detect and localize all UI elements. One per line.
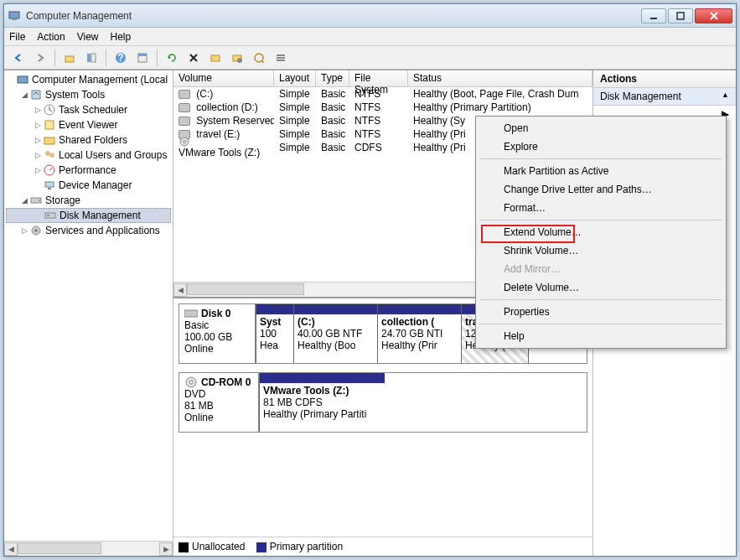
scroll-right-icon[interactable]: ▶	[159, 542, 173, 556]
menu-open[interactable]: Open	[479, 119, 723, 137]
svg-point-34	[34, 229, 38, 232]
tree-label: Disk Management	[60, 210, 141, 221]
menu-action[interactable]: Action	[37, 31, 65, 43]
col-status[interactable]: Status	[408, 70, 593, 86]
svg-rect-19	[18, 76, 28, 83]
legend-label: Primary partition	[270, 541, 343, 552]
partition[interactable]: VMware Tools (Z:) 81 MB CDFS Healthy (Pr…	[259, 373, 385, 432]
svg-rect-28	[48, 188, 51, 189]
toolbar-separator	[106, 49, 106, 66]
legend-label: Unallocated	[192, 541, 245, 552]
svg-rect-4	[65, 56, 74, 62]
col-type[interactable]: Type	[316, 70, 349, 86]
svg-rect-5	[87, 54, 91, 62]
help-button[interactable]: ?	[111, 49, 130, 67]
menu-view[interactable]: View	[77, 31, 99, 43]
nav-tree: Computer Management (Local ◢System Tools…	[4, 70, 173, 541]
scroll-left-icon[interactable]: ◀	[4, 542, 18, 556]
menu-file[interactable]: File	[9, 31, 25, 43]
disk-partitions: VMware Tools (Z:) 81 MB CDFS Healthy (Pr…	[259, 373, 587, 432]
tree-device-manager[interactable]: Device Manager	[6, 178, 171, 193]
disk-size: 100.00 GB	[184, 331, 250, 343]
menu-delete-volume[interactable]: Delete Volume…	[479, 278, 723, 297]
svg-rect-1	[12, 19, 17, 20]
tree-system-tools[interactable]: ◢System Tools	[6, 87, 171, 102]
menu-mark-active[interactable]: Mark Partition as Active	[479, 162, 723, 180]
tool-button[interactable]	[206, 49, 225, 67]
forward-button[interactable]	[31, 49, 49, 67]
properties-button[interactable]	[133, 49, 152, 67]
menu-separator	[480, 324, 722, 324]
menu-format[interactable]: Format…	[479, 199, 723, 217]
menu-properties[interactable]: Properties	[479, 303, 723, 321]
tree-scrollbar[interactable]: ◀ ▶	[4, 541, 173, 556]
col-filesystem[interactable]: File System	[349, 70, 408, 86]
menu-extend-volume[interactable]: Extend Volume…	[479, 223, 723, 241]
menu-explore[interactable]: Explore	[479, 137, 723, 156]
tree-shared-folders[interactable]: ▷Shared Folders	[6, 132, 171, 148]
refresh-button[interactable]	[163, 49, 181, 67]
scroll-thumb[interactable]	[187, 283, 304, 295]
tree-label: Task Scheduler	[59, 104, 127, 116]
disk-name: Disk 0	[201, 308, 230, 319]
tree-services[interactable]: ▷Services and Applications	[6, 223, 171, 238]
disk-label: Disk 0 Basic 100.00 GB Online	[179, 304, 256, 363]
svg-rect-32	[47, 215, 49, 216]
tree-label: Performance	[59, 164, 116, 176]
tree-local-users[interactable]: ▷Local Users and Groups	[6, 148, 171, 163]
menu-help[interactable]: Help	[479, 327, 723, 345]
scroll-left-icon[interactable]: ◀	[173, 283, 187, 297]
scroll-track[interactable]	[18, 542, 159, 556]
svg-rect-6	[91, 54, 96, 62]
menu-change-letter[interactable]: Change Drive Letter and Paths…	[479, 180, 723, 199]
col-volume[interactable]: Volume	[173, 70, 274, 86]
actions-section[interactable]: Disk Management ▲	[593, 88, 736, 106]
scroll-thumb[interactable]	[18, 542, 101, 554]
tree-label: Device Manager	[59, 179, 132, 191]
settings-button[interactable]	[228, 49, 246, 67]
volume-row[interactable]: (C:)SimpleBasicNTFSHealthy (Boot, Page F…	[173, 87, 593, 101]
disk-type: Basic	[184, 319, 250, 331]
tree-disk-management[interactable]: Disk Management	[6, 208, 171, 223]
actions-header: Actions	[593, 70, 736, 88]
minimize-button[interactable]	[641, 8, 666, 23]
disk-size: 81 MB	[184, 400, 253, 412]
app-icon	[8, 9, 21, 23]
close-button[interactable]	[695, 8, 732, 23]
menu-separator	[480, 220, 722, 220]
svg-rect-16	[277, 54, 285, 56]
tree-task-scheduler[interactable]: ▷Task Scheduler	[6, 102, 171, 117]
tree-event-viewer[interactable]: ▷Event Viewer	[6, 117, 171, 132]
svg-rect-17	[277, 57, 285, 59]
toolbar: ?	[4, 46, 736, 70]
menu-help[interactable]: Help	[111, 31, 132, 43]
tree-storage[interactable]: ◢Storage	[6, 193, 171, 208]
legend-swatch-primary	[256, 542, 267, 552]
partition[interactable]: collection (24.70 GB NTIHealthy (Prir	[377, 304, 461, 363]
tree-performance[interactable]: ▷Performance	[6, 163, 171, 178]
disk-status: Online	[184, 412, 253, 423]
tree-label: Event Viewer	[59, 119, 117, 131]
list-button[interactable]	[272, 49, 290, 67]
svg-rect-18	[277, 60, 285, 61]
menu-shrink-volume[interactable]: Shrink Volume…	[479, 241, 723, 260]
disk-icon	[184, 309, 198, 319]
menu-add-mirror: Add Mirror…	[479, 260, 723, 278]
partition-label: VMware Tools (Z:)	[263, 385, 349, 397]
view-button[interactable]	[250, 49, 268, 67]
col-layout[interactable]: Layout	[274, 70, 316, 86]
partition[interactable]: Syst100Hea	[256, 304, 293, 363]
partition-detail: Healthy (Primary Partiti	[263, 408, 366, 420]
back-button[interactable]	[9, 49, 28, 67]
window-title: Computer Management	[26, 10, 639, 22]
svg-point-25	[49, 153, 54, 158]
maximize-button[interactable]	[668, 8, 693, 23]
show-hide-button[interactable]	[82, 49, 101, 67]
delete-button[interactable]	[184, 49, 203, 67]
volume-row[interactable]: collection (D:)SimpleBasicNTFSHealthy (P…	[173, 101, 593, 114]
disk-row[interactable]: CD-ROM 0 DVD 81 MB Online VMware Tools (…	[179, 372, 587, 433]
tree-root[interactable]: Computer Management (Local	[6, 72, 171, 87]
up-button[interactable]	[60, 49, 79, 67]
volume-list-header: Volume Layout Type File System Status	[173, 70, 593, 87]
partition[interactable]: (C:)40.00 GB NTFHealthy (Boo	[293, 304, 377, 363]
